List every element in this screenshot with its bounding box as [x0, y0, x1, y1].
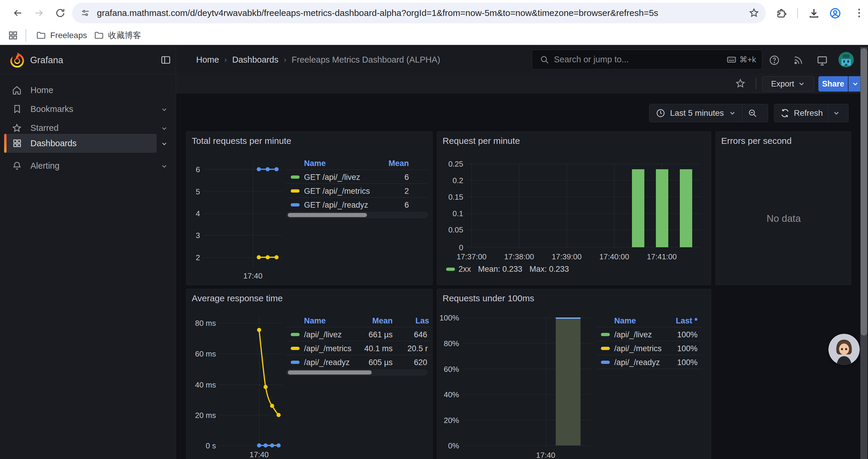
legend-header-last[interactable]: Last *: [656, 316, 698, 326]
no-data-message: No data: [716, 213, 851, 224]
legend-header-name[interactable]: Name: [304, 159, 326, 168]
apps-grid-icon[interactable]: [8, 30, 18, 41]
refresh-icon: [780, 108, 790, 118]
bookmark-folder-freeleaps[interactable]: Freeleaps: [36, 28, 87, 42]
legend-header-last[interactable]: Las: [415, 316, 429, 326]
sidebar-item-alerting[interactable]: Alerting: [0, 156, 176, 175]
profile-icon[interactable]: [829, 7, 841, 20]
series-swatch: [291, 189, 300, 193]
zoom-out-button[interactable]: [742, 104, 763, 122]
bookmarks-bar: Freeleaps 收藏博客: [0, 26, 868, 45]
brand-label[interactable]: Grafana: [30, 55, 63, 66]
legend-scrollbar[interactable]: [286, 369, 427, 375]
dashboards-icon: [12, 138, 22, 148]
series-swatch: [291, 361, 300, 364]
chevron-down-icon: [851, 80, 859, 88]
url-bar[interactable]: grafana.mathmast.com/d/deytv4rwavabkb/fr…: [72, 3, 766, 23]
grafana-header: Home › Dashboards › Freeleaps Metrics Da…: [176, 45, 868, 74]
back-button[interactable]: [9, 5, 26, 21]
sidebar-item-bookmarks[interactable]: Bookmarks: [0, 100, 176, 119]
star-icon: [12, 123, 22, 133]
bell-icon: [12, 161, 22, 170]
series-swatch: [291, 175, 300, 179]
sidebar-item-label: Alerting: [30, 161, 59, 171]
sidebar-item-dashboards[interactable]: Dashboards: [0, 133, 176, 154]
search-placeholder: Search or jump to...: [554, 55, 629, 64]
bookmark-icon: [12, 104, 22, 114]
legend-header-name[interactable]: Name: [304, 316, 326, 326]
x-axis-label: 17:40: [534, 451, 557, 459]
vertical-scrollbar[interactable]: [860, 47, 867, 459]
browser-toolbar: grafana.mathmast.com/d/deytv4rwavabkb/fr…: [0, 0, 868, 26]
panel-avg-response-time: Average response time 80 ms 60 ms 40 ms …: [186, 289, 433, 459]
sidebar-toggle-icon[interactable]: [160, 55, 171, 65]
keyboard-icon: [726, 55, 737, 65]
sidebar-item-label: Starred: [30, 123, 59, 133]
panel-total-requests: Total requests per minute 6 5 4 3 2 17:4…: [186, 131, 433, 285]
menu-icon[interactable]: [853, 7, 865, 19]
panel-title[interactable]: Errors per second: [721, 136, 792, 146]
export-button[interactable]: Export: [762, 76, 814, 92]
search-input[interactable]: Search or jump to... ⌘+k: [532, 50, 762, 69]
panel-errors-per-second: Errors per second No data: [716, 131, 851, 285]
series-swatch: [291, 347, 300, 350]
assistant-avatar[interactable]: [829, 334, 860, 365]
panel-title[interactable]: Request per minute: [442, 136, 520, 146]
breadcrumb-separator: ›: [224, 55, 227, 64]
legend[interactable]: 2xx Mean: 0.233 Max: 0.233: [446, 264, 569, 274]
share-button[interactable]: Share: [818, 76, 848, 92]
legend-scrollbar[interactable]: [286, 212, 428, 218]
bookmark-label: 收藏博客: [108, 30, 141, 41]
chevron-down-icon: [161, 125, 168, 132]
selected-highlight: [4, 134, 157, 153]
toolbar-divider: [756, 78, 756, 89]
news-rss-icon[interactable]: [793, 55, 804, 66]
scrollbar-thumb[interactable]: [861, 48, 867, 335]
series-swatch: [291, 203, 300, 206]
time-range-picker[interactable]: Last 5 minutes: [649, 104, 742, 122]
panel-request-per-minute: Request per minute 0.25 0.2 0.15 0.1 0.0…: [437, 131, 711, 285]
sidebar-item-label: Dashboards: [30, 138, 76, 148]
user-avatar[interactable]: [838, 52, 854, 67]
sidebar-brand-row: Grafana: [0, 45, 176, 74]
time-range-group: Last 5 minutes: [649, 104, 768, 122]
panel-title[interactable]: Requests under 100ms: [442, 293, 534, 303]
search-shortcut: ⌘+k: [726, 55, 756, 65]
breadcrumb: Home › Dashboards › Freeleaps Metrics Da…: [196, 45, 440, 74]
legend-header-mean[interactable]: Mean: [351, 316, 393, 326]
screen: grafana.mathmast.com/d/deytv4rwavabkb/fr…: [0, 0, 868, 459]
kiosk-monitor-icon[interactable]: [816, 55, 828, 66]
breadcrumb-home[interactable]: Home: [196, 55, 219, 65]
legend-header-mean[interactable]: Mean: [368, 159, 409, 168]
series-swatch: [601, 361, 610, 364]
refresh-button[interactable]: Refresh: [774, 104, 828, 122]
refresh-group: Refresh: [774, 104, 848, 122]
sidebar-item-home[interactable]: Home: [0, 80, 176, 100]
panel-requests-under-100ms: Requests under 100ms 100% 80% 60% 40% 20…: [437, 289, 711, 459]
bookmark-folder-blogs[interactable]: 收藏博客: [94, 28, 141, 42]
chevron-down-icon: [161, 140, 168, 147]
bookmark-star-icon[interactable]: [749, 8, 759, 18]
series-swatch: [446, 268, 455, 271]
refresh-interval-dropdown[interactable]: [829, 104, 844, 122]
legend-header-name[interactable]: Name: [614, 316, 636, 326]
bookmarks-divider: [25, 29, 26, 42]
extensions-icon[interactable]: [776, 8, 788, 19]
reload-button[interactable]: [52, 5, 68, 21]
time-range-label: Last 5 minutes: [670, 108, 724, 118]
forward-button[interactable]: [31, 5, 47, 21]
series-swatch: [291, 333, 300, 336]
breadcrumb-dashboards[interactable]: Dashboards: [232, 55, 278, 65]
download-icon[interactable]: [808, 8, 819, 19]
help-icon[interactable]: [769, 55, 780, 66]
folder-icon: [94, 30, 104, 40]
url-text[interactable]: grafana.mathmast.com/d/deytv4rwavabkb/fr…: [97, 8, 741, 18]
site-settings-icon[interactable]: [80, 8, 90, 18]
chevron-down-icon: [161, 163, 168, 170]
folder-icon: [36, 30, 46, 40]
active-accent-bar: [4, 134, 6, 153]
chevron-down-icon: [833, 109, 840, 117]
favorite-star-icon[interactable]: [735, 78, 746, 89]
grafana-logo[interactable]: [9, 52, 25, 68]
breadcrumb-current: Freeleaps Metrics Dashboard (ALPHA): [291, 55, 440, 65]
